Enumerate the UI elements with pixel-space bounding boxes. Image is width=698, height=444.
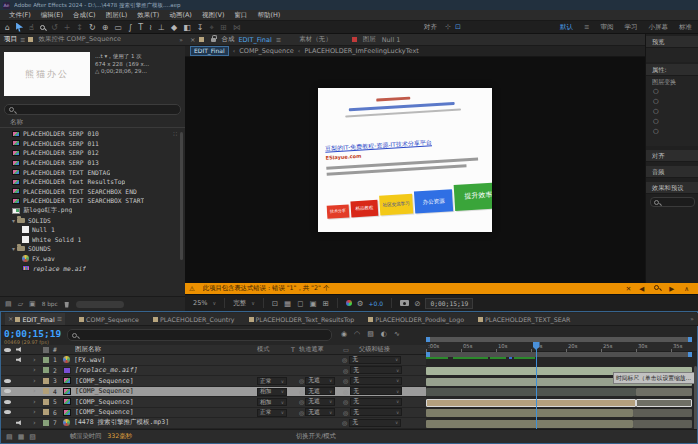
show-snapshot-icon[interactable]: ⊘ bbox=[414, 299, 420, 308]
channel-rgb-icon[interactable] bbox=[346, 300, 352, 306]
timeline-search-input[interactable] bbox=[67, 329, 332, 341]
label-color-swatch[interactable] bbox=[43, 420, 49, 426]
interpret-footage-icon[interactable]: ▤ bbox=[5, 300, 12, 308]
menu-效果(T)[interactable]: 效果(T) bbox=[132, 10, 164, 21]
project-item[interactable]: PLACEHOLDER_SERP_013 bbox=[0, 158, 185, 168]
menu-帮助(H)[interactable]: 帮助(H) bbox=[252, 10, 285, 21]
orbit-camera-tool-icon[interactable]: ↺ bbox=[51, 21, 58, 34]
parent-dropdown[interactable]: 无∨ bbox=[350, 366, 402, 374]
puppet-pin-tool-icon[interactable]: ↧ bbox=[197, 21, 204, 34]
pickwhip-icon[interactable]: ◎ bbox=[343, 377, 348, 384]
expand-layer-switches-icon[interactable]: ▤ bbox=[6, 433, 13, 441]
timeline-tab[interactable]: PLACEHOLDER_Country bbox=[153, 316, 235, 323]
mask-visibility-icon[interactable]: ◻ bbox=[297, 299, 303, 308]
workspace-menu-icon[interactable]: ≡ bbox=[584, 23, 589, 31]
parent-dropdown[interactable]: 无∨ bbox=[349, 356, 401, 364]
workspace-小屏幕[interactable]: 小屏幕 bbox=[649, 23, 669, 32]
project-item[interactable]: replace_me.aif bbox=[0, 263, 185, 273]
parent-dropdown[interactable]: 无∨ bbox=[350, 398, 402, 406]
stopwatch-icon[interactable]: ○ bbox=[653, 128, 659, 135]
layer-duration-bar[interactable] bbox=[426, 399, 636, 407]
resolution-dropdown[interactable]: 完整 bbox=[233, 299, 246, 308]
stopwatch-icon[interactable]: ○ bbox=[653, 98, 659, 105]
viewer-timecode[interactable]: 0;00;15;19 bbox=[425, 298, 473, 309]
eye-icon[interactable] bbox=[4, 389, 11, 393]
layer-duration-bar[interactable] bbox=[426, 388, 636, 396]
dolly-camera-tool-icon[interactable]: ↕ bbox=[76, 21, 83, 34]
layer-duration-bar[interactable] bbox=[426, 420, 633, 428]
vertical-scrollbar[interactable] bbox=[694, 366, 697, 436]
expand-icon[interactable]: › bbox=[33, 356, 43, 364]
parent-column-header[interactable]: 父级和链接 bbox=[359, 345, 390, 354]
pickwhip-icon[interactable]: ◎ bbox=[342, 419, 347, 426]
next-error-icon[interactable]: ▶ bbox=[669, 285, 674, 293]
project-item[interactable]: PLACEHOLDER_TEXT_ENDTAG bbox=[0, 167, 185, 177]
toggle-switches-modes-button[interactable]: 切换开关/模式 bbox=[296, 432, 336, 441]
previous-error-icon[interactable]: ◀ bbox=[639, 285, 644, 293]
layer-row[interactable]: ›5[COMP_Sequence]相加∨◎无遮∨◎无∨ bbox=[1, 397, 426, 408]
menu-动画(A)[interactable]: 动画(A) bbox=[164, 10, 197, 21]
label-color-swatch[interactable] bbox=[43, 357, 49, 363]
t-column-header[interactable]: T bbox=[291, 346, 299, 353]
project-item[interactable]: Null 1 bbox=[0, 225, 185, 235]
shy-layers-icon[interactable]: ◠ bbox=[354, 330, 360, 338]
matte-dropdown[interactable]: 无遮∨ bbox=[305, 398, 335, 406]
tab-overflow-icon[interactable]: » bbox=[690, 315, 694, 322]
new-folder-icon[interactable]: ▱ bbox=[18, 300, 23, 308]
snapping-label[interactable]: 对齐 bbox=[424, 23, 437, 32]
effects-search-input[interactable] bbox=[650, 197, 695, 207]
parent-dropdown[interactable]: 无∨ bbox=[350, 408, 402, 416]
matte-column-header[interactable]: 轨道遮罩 bbox=[299, 345, 343, 354]
project-item[interactable]: PLACEHOLDER_TEXT_SEARCHBOX_END bbox=[0, 187, 185, 197]
fast-preview-gear-icon[interactable]: ⚙ bbox=[357, 299, 364, 308]
tab-overflow-icon[interactable]: » bbox=[179, 36, 183, 43]
layer-name-column-header[interactable]: 图层名称 bbox=[75, 345, 257, 354]
pickwhip-icon[interactable]: ◎ bbox=[299, 398, 304, 405]
tab-footage[interactable]: 素材（无） bbox=[299, 35, 332, 44]
audio-empty[interactable] bbox=[16, 410, 23, 415]
timeline-tab[interactable]: ×EDIT_Final≡ bbox=[5, 313, 65, 326]
matte-dropdown[interactable]: 无遮∨ bbox=[305, 408, 335, 416]
expand-icon[interactable]: › bbox=[33, 419, 43, 427]
menu-窗口[interactable]: 窗口 bbox=[229, 10, 252, 21]
audio-icon[interactable] bbox=[16, 420, 23, 425]
pickwhip-icon[interactable]: ◎ bbox=[299, 388, 304, 395]
pickwhip-icon[interactable]: ◎ bbox=[299, 409, 304, 416]
project-item[interactable]: FX.wav bbox=[0, 254, 185, 264]
pan-behind-tool-icon[interactable]: ⊕ bbox=[102, 21, 109, 34]
close-icon[interactable]: × bbox=[8, 315, 13, 323]
layer-duration-bar[interactable] bbox=[636, 388, 692, 396]
tab-properties[interactable]: 属性: bbox=[646, 64, 698, 76]
expand-inout-controls-icon[interactable]: ▧ bbox=[29, 433, 36, 441]
layer-row[interactable]: ›3[COMP_Sequence]正常∨◎无遮∨◎无∨ bbox=[1, 376, 426, 387]
layer-duration-bar[interactable] bbox=[633, 409, 693, 417]
pan-camera-tool-icon[interactable]: + bbox=[64, 21, 71, 34]
snap-option-icon[interactable]: ⊹ bbox=[445, 23, 451, 31]
panel-menu-icon[interactable]: ≡ bbox=[57, 315, 62, 323]
eraser-tool-icon[interactable]: ◆ bbox=[171, 21, 177, 34]
eye-icon[interactable] bbox=[4, 400, 11, 404]
exposure-value[interactable]: +0.0 bbox=[369, 300, 384, 307]
layer-bar-row[interactable] bbox=[426, 398, 692, 409]
tab-layer-name[interactable]: Null 1 bbox=[382, 36, 401, 44]
composition-viewport[interactable]: 豆梨的IT-免费教程-资源-IT技术分享平台 ESlayue.com 技术分享精… bbox=[185, 57, 645, 283]
pickwhip-icon[interactable]: ◎ bbox=[343, 367, 348, 374]
eye-icon[interactable] bbox=[4, 410, 11, 414]
pickwhip-icon[interactable]: ◎ bbox=[343, 409, 348, 416]
parent-dropdown[interactable]: 无∨ bbox=[350, 377, 402, 385]
project-item[interactable]: PLACEHOLDER_Text_ResultsTop bbox=[0, 177, 185, 187]
menu-文件(F)[interactable]: 文件(F) bbox=[4, 10, 36, 21]
expand-icon[interactable]: › bbox=[33, 398, 43, 406]
collapse-warning-icon[interactable]: ∧ bbox=[684, 285, 689, 293]
layer-row[interactable]: ›2[replace_me.aif]◎无∨ bbox=[1, 366, 426, 377]
menu-编辑(E)[interactable]: 编辑(E) bbox=[36, 10, 68, 21]
project-scrollbar[interactable] bbox=[180, 132, 183, 260]
home-icon[interactable]: ⌂ bbox=[5, 21, 10, 34]
frame-blend-icon[interactable]: ▧ bbox=[367, 330, 374, 338]
transparency-grid-icon[interactable]: ▦ bbox=[284, 299, 291, 308]
label-color-swatch[interactable] bbox=[43, 388, 49, 394]
expand-icon[interactable]: › bbox=[33, 377, 43, 385]
layer-row[interactable]: ›4[COMP_Sequence]相加∨◎无遮∨◎无∨ bbox=[1, 387, 426, 398]
audio-icon[interactable] bbox=[16, 357, 23, 362]
audio-empty[interactable] bbox=[16, 378, 23, 383]
